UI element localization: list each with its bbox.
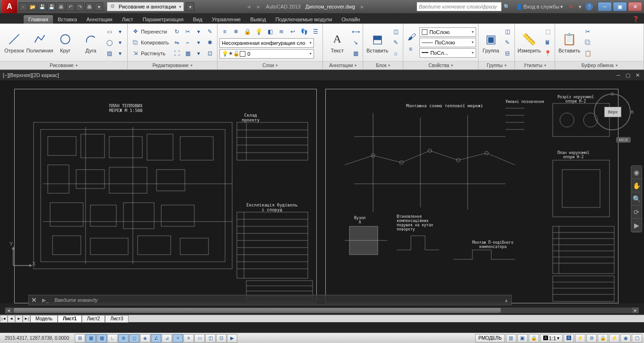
annotation-auto-icon[interactable]: ⚡	[575, 334, 585, 343]
insert-block-button[interactable]: ⬒Вставить	[365, 26, 390, 60]
clean-screen-icon[interactable]: ▢	[632, 334, 642, 343]
plot-icon[interactable]: 🖶	[57, 2, 65, 11]
help-dropdown-icon[interactable]: ▾	[577, 4, 583, 10]
group-edit-icon[interactable]: ✎	[502, 37, 513, 48]
scroll-left-icon[interactable]: ◄	[5, 308, 12, 313]
am-icon[interactable]: ▶	[227, 334, 237, 343]
select-all-icon[interactable]: ⬚	[542, 26, 553, 37]
hardware-accel-icon[interactable]: ⚡	[609, 334, 619, 343]
tab-manage[interactable]: Управление	[207, 15, 245, 24]
ribbon-help-icon[interactable]: ❓	[628, 15, 644, 24]
tab-online[interactable]: Онлайн	[337, 15, 365, 24]
nav-pan-icon[interactable]: ✋	[631, 179, 642, 192]
save-icon[interactable]: 💾	[38, 2, 46, 11]
layer-off-icon[interactable]: 💡	[253, 26, 264, 37]
undo-icon[interactable]: ↶	[66, 2, 75, 11]
nav-wheel-icon[interactable]: ◉	[631, 166, 642, 179]
app-logo[interactable]: A	[2, 0, 17, 13]
layer-state-icon[interactable]: ☰	[310, 26, 321, 37]
search-icon[interactable]: 🔍	[502, 4, 512, 10]
cmd-close-icon[interactable]: ✕	[29, 296, 39, 304]
max-vp-icon[interactable]: ▣	[517, 334, 528, 343]
ungroup-icon[interactable]: ◫	[502, 26, 513, 37]
panel-layers-title[interactable]: Слои	[218, 61, 322, 69]
cut-icon[interactable]: ✂	[583, 26, 593, 37]
layout-prev-icon[interactable]: ◄	[8, 315, 15, 323]
annotation-scale-button[interactable]: 🅰 1:1 ▾	[540, 334, 563, 343]
tab-plugins[interactable]: Подключаемые модули	[270, 15, 337, 24]
viewcube-face[interactable]: Верх	[604, 107, 621, 117]
color-combo[interactable]: ПоСлою	[419, 27, 476, 37]
tab-home[interactable]: Главная	[24, 15, 53, 24]
paste-special-icon[interactable]: 📋	[583, 48, 593, 59]
help-icon[interactable]: ?	[585, 3, 593, 10]
move-button[interactable]: ✥Перенести	[130, 26, 171, 37]
offset-icon[interactable]: ⊡	[205, 48, 215, 59]
ellipse-dd-icon[interactable]: ▾	[115, 37, 125, 48]
table-icon[interactable]: ▦	[350, 48, 361, 59]
explode-icon[interactable]: ✱	[205, 37, 215, 48]
coordinates-display[interactable]: 2915.4317, 1287.8738, 0.0000	[2, 335, 72, 341]
panel-block-title[interactable]: Блок	[363, 61, 403, 69]
ws-switch-icon[interactable]: ⚙	[586, 334, 597, 343]
erase-icon[interactable]: ✎	[205, 26, 215, 37]
arc-button[interactable]: Дуга	[78, 26, 103, 60]
search-input[interactable]: Введите ключевое слово/фразу	[417, 2, 502, 11]
redo-icon[interactable]: ↷	[76, 2, 84, 11]
ducs-icon[interactable]: ⊿	[162, 334, 172, 343]
group-button[interactable]: ▣Группа	[480, 26, 501, 60]
snap-icon[interactable]: ▦	[86, 334, 96, 343]
trim-icon[interactable]: ✂	[183, 26, 193, 37]
layer-state-combo[interactable]: Несохраненная конфигурация сло	[219, 38, 314, 48]
paste-button[interactable]: 📋Вставить	[557, 26, 582, 60]
scrollbar-thumb[interactable]	[14, 308, 501, 313]
exchange-icon[interactable]: ✕	[567, 4, 575, 10]
tab-model[interactable]: Модель	[30, 315, 58, 323]
viewcube[interactable]: Верх С В	[594, 94, 631, 130]
layer-match-icon[interactable]: ≋	[276, 26, 287, 37]
tpy-icon[interactable]: ▭	[194, 334, 205, 343]
array-dd[interactable]: ▾	[193, 48, 204, 59]
drawing-canvas[interactable]: ПЛАН ТЕПЛОВИХ МЕРЕЖ М 1:500 Склад проект…	[0, 80, 644, 303]
tab-sheet3[interactable]: Лист3	[105, 315, 128, 323]
block-attr-icon[interactable]: ⌂	[391, 48, 401, 59]
leader-icon[interactable]: ↘	[350, 37, 361, 48]
circle-button[interactable]: Круг	[53, 26, 78, 60]
panel-annotation-title[interactable]: Аннотации	[323, 61, 363, 69]
copy-clip-icon[interactable]: ⿻	[583, 37, 593, 48]
linetype-combo[interactable]: ───ПоСлою	[419, 38, 476, 47]
viewcube-east[interactable]: В	[631, 110, 634, 114]
nav-showmotion-icon[interactable]: ▶	[631, 219, 642, 232]
nav-zoom-icon[interactable]: 🔍	[631, 192, 642, 206]
layer-combo[interactable]: 💡 ☀ 🔓 0	[219, 49, 314, 59]
infer-icon[interactable]: ⊞	[75, 334, 85, 343]
line-button[interactable]: Отрезок	[2, 26, 26, 60]
model-paper-button[interactable]: РМОДЕЛЬ	[475, 334, 505, 343]
layout-first-icon[interactable]: |◄	[0, 315, 8, 323]
viewcube-north[interactable]: С	[611, 92, 614, 96]
hatch-icon[interactable]: ▨	[104, 48, 114, 59]
nav-left-icon[interactable]: ◄	[246, 4, 252, 9]
toolbar-lock-icon[interactable]: 🔒	[598, 334, 608, 343]
saveas-icon[interactable]: 💾	[47, 2, 56, 11]
command-line[interactable]: ✕ ▶_ Введите команду ▴	[28, 295, 512, 305]
id-point-icon[interactable]: 📍	[542, 48, 553, 59]
block-create-icon[interactable]: ◫	[391, 26, 401, 37]
layer-iso-icon[interactable]: ◧	[265, 26, 275, 37]
layer-freeze-icon[interactable]: ❄	[231, 26, 241, 37]
tab-annotate[interactable]: Аннотации	[82, 15, 117, 24]
workspace-dropdown[interactable]: ⚙ Рисование и аннотации	[107, 2, 184, 11]
command-input[interactable]: Введите команду	[52, 297, 502, 303]
mirror-icon[interactable]: ⇋	[172, 37, 182, 48]
otrack-icon[interactable]: ∠	[151, 334, 161, 343]
measure-button[interactable]: 📏Измерить	[517, 26, 541, 60]
ortho-icon[interactable]: ∟	[107, 334, 118, 343]
polar-icon[interactable]: ⊕	[118, 334, 129, 343]
ws-save-icon[interactable]: ▾	[186, 2, 194, 11]
horizontal-scrollbar[interactable]: ◄ ►	[5, 307, 639, 314]
annotation-vis-icon[interactable]: 🅰	[564, 334, 574, 343]
layout-quick-icon[interactable]: ▥	[506, 334, 516, 343]
maximize-button[interactable]: ▣	[613, 2, 627, 11]
open-icon[interactable]: 📂	[28, 2, 37, 11]
sign-in-button[interactable]: 👤 Вход в службы ▾	[514, 4, 565, 10]
